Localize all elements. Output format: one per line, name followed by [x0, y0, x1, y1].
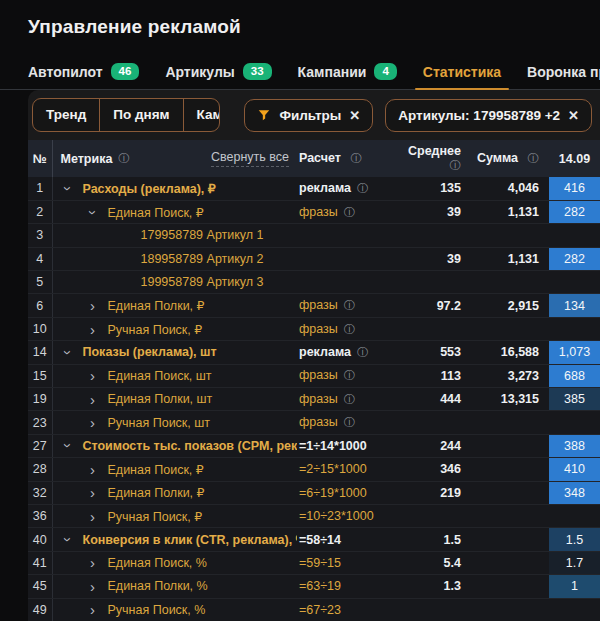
- table-row: 28›Единая Поиск, ₽=2÷15*1000346410: [28, 458, 600, 481]
- table-header-row: № Метрика ⓘ Свернуть все Расчет ⓘ Сре: [28, 140, 600, 177]
- metric-label[interactable]: 199958789 Артикул 3: [141, 275, 264, 289]
- tab-label: Кампании: [298, 64, 367, 80]
- info-icon[interactable]: ⓘ: [344, 369, 356, 381]
- info-icon[interactable]: ⓘ: [357, 182, 369, 194]
- metric-cell: ›Единая Поиск, ₽: [52, 458, 297, 481]
- metric-label[interactable]: Показы (реклама), шт: [83, 345, 217, 359]
- metric-label[interactable]: Ручная Поиск, шт: [108, 416, 211, 430]
- info-icon[interactable]: ⓘ: [528, 152, 540, 164]
- col-header-calc: Расчет ⓘ: [297, 140, 397, 177]
- calc-cell: =63÷19: [297, 575, 397, 598]
- metric-label[interactable]: 189958789 Артикул 2: [141, 252, 264, 266]
- sum-value: 3,273: [467, 364, 549, 387]
- date-value-cell: 282: [549, 200, 600, 223]
- tab-autopilot[interactable]: Автопилот46: [28, 54, 139, 89]
- metric-wrap: ›Единая Поиск, ₽: [53, 205, 298, 220]
- calc-cell: =10÷23*1000: [297, 504, 397, 527]
- tab-count-badge: 4: [374, 63, 396, 81]
- chevron-right-icon[interactable]: ›: [86, 509, 100, 524]
- chevron-right-icon[interactable]: ›: [86, 368, 100, 383]
- calc-cell: рекламаⓘ: [297, 341, 397, 364]
- view-mode-campaign[interactable]: Кампания: [184, 99, 221, 132]
- tab-funnel[interactable]: Воронка продаж: [527, 54, 600, 89]
- tab-articles[interactable]: Артикулы33: [165, 54, 271, 89]
- articles-filter-chip[interactable]: Артикулы: 179958789 +2 ✕: [385, 99, 592, 132]
- metric-cell: ›Единая Полки, ₽: [52, 481, 297, 504]
- chevron-right-icon[interactable]: ›: [86, 485, 100, 500]
- close-icon[interactable]: ✕: [349, 108, 360, 123]
- average-value: [397, 411, 467, 434]
- chevron-down-icon[interactable]: ›: [60, 439, 75, 453]
- tab-label: Артикулы: [165, 64, 234, 80]
- date-value-cell: 410: [549, 458, 600, 481]
- metric-wrap: ›Ручная Поиск, ₽: [53, 322, 298, 337]
- table-row: 2›Единая Поиск, ₽фразыⓘ391,131282: [28, 200, 600, 223]
- calc-label: =1÷14*1000: [299, 439, 367, 453]
- col-header-average: Среднее ⓘ: [397, 140, 467, 177]
- info-icon[interactable]: ⓘ: [344, 206, 356, 218]
- metric-label[interactable]: Ручная Поиск, ₽: [108, 322, 203, 337]
- average-value: 113: [397, 364, 467, 387]
- metric-label[interactable]: Конверсия в клик (CTR, реклама), %: [83, 533, 298, 547]
- metric-label[interactable]: Единая Полки, ₽: [108, 298, 205, 313]
- chevron-down-icon[interactable]: ›: [60, 345, 75, 359]
- row-number: 2: [28, 200, 52, 223]
- sum-value: [467, 271, 549, 294]
- metric-label[interactable]: Единая Поиск, шт: [108, 369, 212, 383]
- metric-label[interactable]: Единая Поиск, %: [108, 556, 207, 570]
- metric-label[interactable]: 179958789 Артикул 1: [141, 228, 264, 242]
- calc-label: =63÷19: [299, 579, 341, 593]
- average-value: 97.2: [397, 294, 467, 317]
- col-header-date: 14.09: [549, 140, 600, 177]
- metric-label[interactable]: Стоимость тыс. показов (CPM, реклама), ₽: [83, 438, 298, 453]
- sum-value: [467, 598, 549, 621]
- metric-label[interactable]: Расходы (реклама), ₽: [83, 181, 216, 196]
- info-icon[interactable]: ⓘ: [344, 416, 356, 428]
- chevron-right-icon[interactable]: ›: [86, 555, 100, 570]
- chevron-right-icon[interactable]: ›: [86, 462, 100, 477]
- sum-value: [467, 458, 549, 481]
- calc-cell: рекламаⓘ: [297, 177, 397, 200]
- chevron-right-icon[interactable]: ›: [86, 602, 100, 617]
- info-icon[interactable]: ⓘ: [357, 346, 369, 358]
- close-icon[interactable]: ✕: [568, 108, 579, 123]
- view-mode-trend[interactable]: Тренд: [33, 99, 100, 132]
- chevron-down-icon[interactable]: ›: [60, 533, 75, 547]
- info-icon[interactable]: ⓘ: [450, 159, 462, 171]
- info-icon[interactable]: ⓘ: [344, 323, 356, 335]
- filters-button[interactable]: Фильтры ✕: [244, 99, 373, 132]
- metric-cell: ›Ручная Поиск, %: [52, 598, 297, 621]
- metric-label[interactable]: Единая Поиск, ₽: [108, 205, 204, 220]
- info-icon[interactable]: ⓘ: [344, 299, 356, 311]
- metric-cell: ›Единая Поиск, ₽: [52, 200, 297, 223]
- metric-label[interactable]: Единая Полки, %: [108, 579, 208, 593]
- chevron-right-icon[interactable]: ›: [86, 392, 100, 407]
- chevron-right-icon[interactable]: ›: [86, 322, 100, 337]
- info-icon[interactable]: ⓘ: [118, 151, 130, 166]
- table-row: 5199958789 Артикул 3: [28, 271, 600, 294]
- metric-wrap: ›Конверсия в клик (CTR, реклама), %: [53, 532, 298, 547]
- chevron-right-icon[interactable]: ›: [86, 298, 100, 313]
- metric-label[interactable]: Единая Полки, шт: [108, 392, 213, 406]
- table-row: 45›Единая Полки, %=63÷191.31: [28, 575, 600, 598]
- info-icon[interactable]: ⓘ: [344, 393, 356, 405]
- tab-campaigns[interactable]: Кампании4: [298, 54, 397, 89]
- calc-label: фразы: [299, 205, 338, 219]
- chevron-right-icon[interactable]: ›: [86, 415, 100, 430]
- collapse-all-link[interactable]: Свернуть все: [211, 150, 289, 167]
- metric-label[interactable]: Ручная Поиск, %: [108, 603, 206, 617]
- info-icon[interactable]: ⓘ: [350, 152, 362, 164]
- metric-label[interactable]: Единая Полки, ₽: [108, 485, 205, 500]
- average-value: [397, 598, 467, 621]
- metric-wrap: ›Единая Поиск, ₽: [53, 462, 298, 477]
- table-row: 1›Расходы (реклама), ₽рекламаⓘ1354,04641…: [28, 177, 600, 200]
- chevron-down-icon[interactable]: ›: [85, 205, 100, 219]
- tab-stats[interactable]: Статистика: [423, 54, 501, 89]
- metric-label[interactable]: Ручная Поиск, ₽: [108, 509, 203, 524]
- chevron-down-icon[interactable]: ›: [60, 181, 75, 195]
- average-value: 39: [397, 247, 467, 270]
- metric-wrap: ›Единая Полки, ₽: [53, 485, 298, 500]
- metric-label[interactable]: Единая Поиск, ₽: [108, 462, 204, 477]
- chevron-right-icon[interactable]: ›: [86, 579, 100, 594]
- view-mode-by-days[interactable]: По дням: [100, 99, 183, 132]
